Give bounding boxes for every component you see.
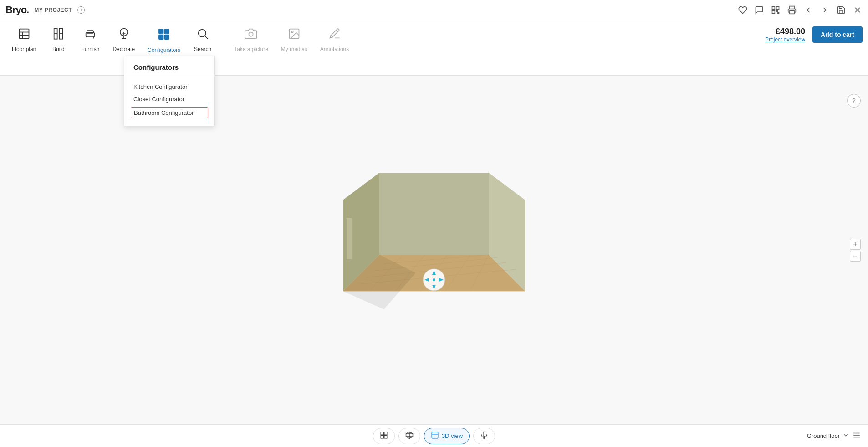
floors-list-icon[interactable] — [853, 431, 861, 441]
3d-view-button[interactable]: 3D view — [424, 428, 470, 444]
qr-icon[interactable] — [771, 5, 781, 15]
svg-rect-0 — [772, 6, 775, 9]
close-icon[interactable] — [853, 5, 863, 15]
svg-rect-20 — [159, 29, 163, 34]
dropdown-title: Configurators — [124, 63, 214, 76]
floor-select[interactable]: Ground floor — [807, 432, 849, 440]
save-icon[interactable] — [836, 5, 846, 15]
bottom-right: Ground floor — [807, 431, 861, 441]
zoom-out-button[interactable]: − — [850, 251, 861, 262]
dropdown-item-bathroom[interactable]: Bathroom Configurator — [131, 107, 208, 118]
svg-line-25 — [205, 36, 208, 39]
title-right — [738, 5, 863, 15]
svg-rect-4 — [778, 12, 779, 14]
zoom-in-button[interactable]: + — [850, 239, 861, 250]
furnish-label: Furnish — [81, 46, 99, 52]
tool-my-medias[interactable]: My medias — [275, 20, 314, 57]
3d-view-icon — [431, 431, 439, 441]
svg-rect-44 — [347, 218, 352, 259]
zoom-controls: + − — [850, 239, 861, 262]
svg-rect-54 — [381, 435, 383, 438]
top-view-icon — [380, 431, 388, 441]
wishlist-icon[interactable] — [738, 5, 748, 15]
tool-search[interactable]: Search — [187, 20, 219, 57]
toolbar-right: £498.00 Project overview Add to cart — [765, 20, 863, 43]
svg-marker-29 — [379, 173, 489, 255]
room-3d-view[interactable] — [325, 154, 543, 346]
annotations-label: Annotations — [320, 46, 349, 52]
help-button[interactable]: ? — [847, 94, 861, 108]
tool-annotations[interactable]: Annotations — [314, 20, 355, 57]
forward-icon[interactable] — [820, 5, 830, 15]
decorate-icon — [117, 27, 130, 43]
svg-rect-5 — [790, 10, 794, 14]
configurators-icon — [157, 27, 171, 44]
svg-rect-3 — [776, 10, 778, 12]
search-icon — [196, 27, 209, 43]
chat-icon[interactable] — [754, 5, 764, 15]
svg-point-26 — [249, 32, 253, 36]
add-to-cart-button[interactable]: Add to cart — [812, 26, 863, 43]
svg-rect-22 — [159, 35, 163, 39]
my-medias-label: My medias — [281, 46, 307, 52]
project-overview-link[interactable]: Project overview — [765, 36, 805, 43]
svg-rect-1 — [776, 6, 779, 9]
project-name: MY PROJECT — [34, 7, 72, 13]
svg-rect-21 — [164, 29, 169, 34]
tool-build[interactable]: Build — [42, 20, 74, 57]
svg-rect-23 — [164, 35, 169, 39]
svg-rect-2 — [772, 10, 775, 13]
decorate-label: Decorate — [112, 46, 135, 52]
tool-furnish[interactable]: Furnish — [74, 20, 106, 57]
build-icon — [52, 27, 65, 43]
dropdown-item-closet[interactable]: Closet Configurator — [124, 93, 214, 105]
vr-view-button[interactable] — [473, 428, 495, 444]
floor-label: Ground floor — [807, 432, 840, 439]
dropdown-item-kitchen[interactable]: Kitchen Configurator — [124, 81, 214, 93]
furnish-icon — [84, 27, 97, 43]
3d-view-label: 3D view — [442, 432, 463, 439]
iso-view-icon — [405, 431, 414, 441]
configurators-label: Configurators — [148, 47, 180, 53]
bottom-bar: 3D view Ground floor — [0, 424, 868, 447]
info-icon[interactable]: i — [77, 6, 85, 14]
svg-rect-17 — [87, 31, 93, 33]
title-left: Bryo. MY PROJECT i — [5, 4, 85, 16]
print-icon[interactable] — [787, 5, 797, 15]
my-medias-icon — [288, 27, 301, 43]
take-picture-label: Take a picture — [234, 46, 268, 52]
price-value: £498.00 — [776, 27, 805, 36]
tool-decorate[interactable]: Decorate — [106, 20, 141, 57]
iso-view-button[interactable] — [398, 428, 420, 444]
svg-point-51 — [433, 278, 435, 281]
top-view-button[interactable] — [373, 428, 395, 444]
svg-rect-55 — [384, 435, 387, 438]
svg-rect-53 — [384, 432, 387, 435]
svg-rect-8 — [19, 29, 29, 39]
svg-point-28 — [291, 31, 293, 33]
chevron-down-icon — [842, 432, 849, 440]
vr-view-icon — [480, 431, 488, 441]
app-logo: Bryo. — [5, 4, 29, 16]
take-picture-icon — [245, 27, 257, 43]
floor-plan-icon — [18, 27, 31, 43]
floor-plan-label: Floor plan — [12, 46, 36, 52]
svg-rect-52 — [381, 432, 383, 435]
tool-configurators[interactable]: Configurators — [141, 20, 187, 58]
tool-floor-plan[interactable]: Floor plan — [5, 20, 42, 57]
configurators-dropdown: Configurators Kitchen Configurator Close… — [124, 56, 215, 126]
svg-rect-60 — [432, 432, 438, 438]
back-icon[interactable] — [803, 5, 813, 15]
annotations-icon — [328, 27, 341, 43]
canvas-area: ? — [0, 76, 868, 424]
search-label: Search — [194, 46, 211, 52]
svg-point-24 — [199, 30, 206, 37]
tool-take-picture[interactable]: Take a picture — [228, 20, 275, 57]
view-controls: 3D view — [372, 428, 496, 444]
price-display: £498.00 Project overview — [765, 27, 805, 43]
title-bar: Bryo. MY PROJECT i — [0, 0, 868, 20]
build-label: Build — [52, 46, 65, 52]
